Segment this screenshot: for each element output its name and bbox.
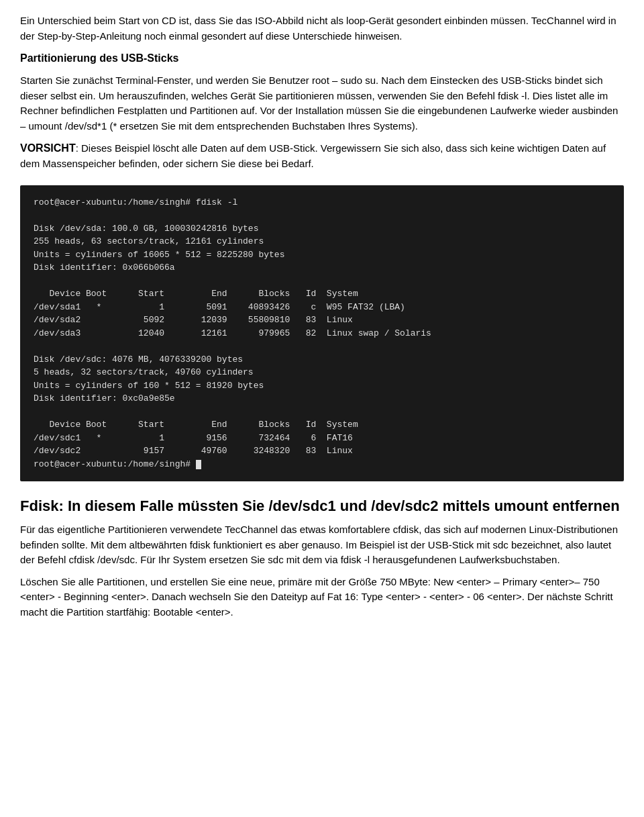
closing-para1: Für das eigentliche Partitionieren verwe… xyxy=(20,522,624,568)
terminal-content: root@acer-xubuntu:/home/singh# fdisk -l … xyxy=(34,197,431,469)
terminal-output: root@acer-xubuntu:/home/singh# fdisk -l … xyxy=(20,185,624,482)
closing-para2: Löschen Sie alle Partitionen, und erstel… xyxy=(20,575,624,620)
intro-para2: Starten Sie zunächst Terminal-Fenster, u… xyxy=(20,73,624,134)
terminal-cursor xyxy=(196,460,201,469)
fdisk-note: Fdisk: In diesem Falle müssten Sie /dev/… xyxy=(20,495,624,517)
partitionierung-heading: Partitionierung des USB-Sticks xyxy=(20,50,624,66)
vorsicht-para: VORSICHT: Dieses Beispiel löscht alle Da… xyxy=(20,140,624,172)
vorsicht-label: VORSICHT xyxy=(20,142,76,154)
intro-para1: Ein Unterschied beim Start von CD ist, d… xyxy=(20,13,624,44)
vorsicht-text: : Dieses Beispiel löscht alle Daten auf … xyxy=(20,142,606,169)
